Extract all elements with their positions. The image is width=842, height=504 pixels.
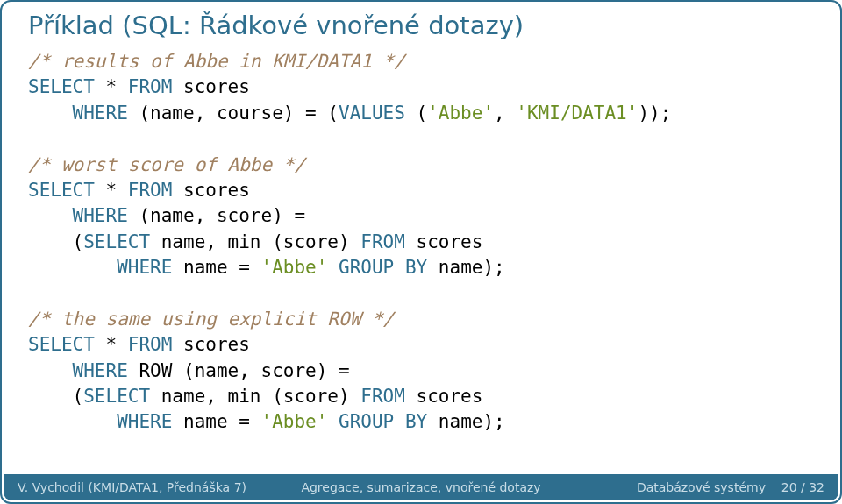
- slide-title: Příklad (SQL: Řádkové vnořené dotazy): [28, 11, 814, 40]
- footer-label: Databázové systémy: [637, 480, 766, 494]
- code-string: 'Abbe': [261, 411, 328, 432]
- code-text: scores: [405, 386, 483, 407]
- code-text: ));: [638, 103, 671, 124]
- kw-from: FROM: [360, 231, 405, 252]
- slide-content: Příklad (SQL: Řádkové vnořené dotazy) /*…: [2, 2, 840, 471]
- kw-select: SELECT: [83, 386, 150, 407]
- kw-group-by: GROUP BY: [339, 411, 427, 432]
- kw-where: WHERE: [28, 411, 172, 432]
- kw-where: WHERE: [28, 360, 128, 381]
- kw-from: FROM: [128, 334, 173, 355]
- footer-author: V. Vychodil (KMI/DATA1, Přednáška 7): [18, 480, 246, 494]
- code-text: *: [95, 180, 128, 201]
- code-text: [327, 257, 339, 278]
- code-block: /* results of Abbe in KMI/DATA1 */ SELEC…: [28, 49, 814, 436]
- kw-from: FROM: [360, 386, 405, 407]
- code-text: name, min (score): [150, 386, 360, 407]
- code-text: name =: [172, 257, 260, 278]
- kw-from: FROM: [128, 76, 173, 97]
- code-text: (: [405, 103, 427, 124]
- code-comment: /* results of Abbe in KMI/DATA1 */: [28, 51, 405, 72]
- slide-frame: Příklad (SQL: Řádkové vnořené dotazy) /*…: [0, 0, 842, 504]
- kw-select: SELECT: [28, 334, 95, 355]
- code-text: ROW (name, score) =: [128, 360, 350, 381]
- kw-where: WHERE: [28, 257, 172, 278]
- code-string: 'Abbe': [427, 103, 494, 124]
- kw-from: FROM: [128, 180, 173, 201]
- code-text: ,: [494, 103, 516, 124]
- code-comment: /* the same using explicit ROW */: [28, 309, 394, 330]
- code-text: scores: [172, 334, 250, 355]
- code-text: (: [28, 386, 83, 407]
- code-text: (name, course) = (: [128, 103, 339, 124]
- kw-group-by: GROUP BY: [339, 257, 427, 278]
- kw-where: WHERE: [28, 205, 128, 226]
- code-text: scores: [172, 180, 250, 201]
- code-text: *: [95, 76, 128, 97]
- code-text: scores: [405, 231, 483, 252]
- kw-select: SELECT: [28, 76, 95, 97]
- footer-right: Databázové systémy 20 / 32: [637, 480, 824, 494]
- footer-bar: V. Vychodil (KMI/DATA1, Přednáška 7) Agr…: [4, 474, 838, 500]
- code-text: [327, 411, 339, 432]
- code-text: name, min (score): [150, 231, 360, 252]
- code-string: 'Abbe': [261, 257, 328, 278]
- code-text: name);: [427, 257, 505, 278]
- kw-select: SELECT: [83, 231, 150, 252]
- footer-page: 20 / 32: [781, 480, 824, 494]
- code-text: name =: [172, 411, 260, 432]
- kw-where: WHERE: [28, 103, 128, 124]
- code-text: (name, score) =: [128, 205, 305, 226]
- code-string: 'KMI/DATA1': [516, 103, 638, 124]
- code-text: scores: [172, 76, 250, 97]
- code-text: (: [28, 231, 83, 252]
- kw-select: SELECT: [28, 180, 95, 201]
- kw-values: VALUES: [339, 103, 405, 124]
- code-text: *: [95, 334, 128, 355]
- code-text: name);: [427, 411, 505, 432]
- code-comment: /* worst score of Abbe */: [28, 154, 305, 175]
